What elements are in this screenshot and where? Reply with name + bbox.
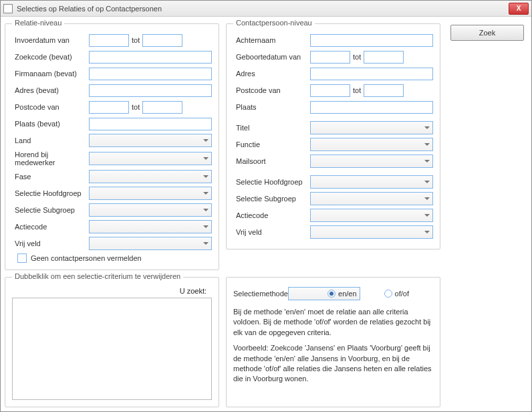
label-adres-c: Adres: [233, 70, 310, 78]
radio-enen[interactable]: en/en: [288, 287, 360, 300]
invoerdatum-van-input[interactable]: [89, 34, 129, 47]
label-subgroep-c: Selectie Subgroep: [233, 195, 310, 203]
selection-window: Selecties op Relaties of op Contactperso…: [0, 0, 532, 412]
label-tot-c: tot: [353, 53, 361, 61]
label-medewerker: Horend bij medewerker: [12, 150, 89, 167]
postcode-tot-c-input[interactable]: [364, 84, 404, 97]
radio-ofof-label: of/of: [395, 290, 409, 298]
label-vrijveld-c: Vrij veld: [233, 228, 310, 236]
relatie-group: Relatie-niveau Invoerdatum vantot Zoekco…: [5, 23, 219, 270]
method-desc-1: Bij de methode 'en/en' moet de relatie a…: [233, 307, 433, 338]
geen-contact-checkbox[interactable]: [17, 253, 27, 263]
contact-legend: Contactpersoon-niveau: [233, 19, 315, 27]
content-area: Relatie-niveau Invoerdatum vantot Zoekco…: [1, 17, 531, 411]
hoofdgroep-r-select[interactable]: [89, 187, 212, 200]
close-icon: X: [517, 5, 521, 12]
invoerdatum-tot-input[interactable]: [142, 34, 182, 47]
remove-legend: Dubbelklik om een selectie-criterium te …: [12, 272, 183, 280]
label-plaats-r: Plaats (bevat): [12, 120, 89, 128]
chevron-down-icon: [203, 139, 209, 142]
adres-relatie-input[interactable]: [89, 84, 212, 97]
chevron-down-icon: [424, 231, 430, 233]
adres-contact-input[interactable]: [310, 68, 433, 80]
window-title: Selecties op Relaties of op Contactperso…: [17, 5, 509, 13]
label-titel: Titel: [233, 124, 310, 132]
label-postcode-r: Postcode van: [12, 103, 89, 111]
label-tot: tot: [132, 36, 140, 44]
vrijveld-r-select[interactable]: [89, 237, 212, 250]
relatie-legend: Relatie-niveau: [12, 19, 64, 27]
geen-contact-row[interactable]: Geen contactpersonen vermelden: [12, 253, 212, 263]
method-label: Selectiemethode: [233, 290, 288, 298]
medewerker-select[interactable]: [89, 152, 212, 165]
label-fase: Fase: [12, 173, 89, 181]
chevron-down-icon: [424, 197, 430, 200]
chevron-down-icon: [203, 157, 209, 160]
label-zoekcode: Zoekcode (bevat): [12, 53, 89, 61]
label-subgroep-r: Selectie Subgroep: [12, 206, 89, 214]
criteria-listbox[interactable]: [12, 298, 212, 400]
chevron-down-icon: [203, 175, 209, 178]
functie-select[interactable]: [310, 138, 433, 151]
land-select[interactable]: [89, 134, 212, 147]
achternaam-input[interactable]: [310, 34, 433, 47]
remove-group: Dubbelklik om een selectie-criterium te …: [5, 277, 219, 407]
geboortedatum-van-input[interactable]: [310, 51, 350, 64]
subgroep-c-select[interactable]: [310, 192, 433, 205]
chevron-down-icon: [203, 209, 209, 211]
subgroep-r-select[interactable]: [89, 203, 212, 217]
close-button[interactable]: X: [509, 3, 529, 15]
label-plaats-c: Plaats: [233, 103, 310, 111]
mailsoort-select[interactable]: [310, 154, 433, 168]
vrijveld-c-select[interactable]: [310, 225, 433, 239]
chevron-down-icon: [424, 214, 430, 217]
chevron-down-icon: [203, 225, 209, 228]
geen-contact-label: Geen contactpersonen vermelden: [31, 254, 142, 262]
label-functie: Functie: [233, 140, 310, 148]
label-adres-r: Adres (bevat): [12, 86, 89, 94]
zoekcode-input[interactable]: [89, 51, 212, 64]
label-hoofdgroep-c: Selectie Hoofdgroep: [233, 178, 310, 186]
label-firmanaam: Firmanaam (bevat): [12, 70, 89, 78]
zoek-label: Zoek: [479, 29, 495, 37]
postcode-van-r-input[interactable]: [89, 101, 129, 114]
titel-select[interactable]: [310, 121, 433, 134]
method-description: Bij de methode 'en/en' moet de relatie a…: [233, 307, 433, 385]
label-invoerdatum: Invoerdatum van: [12, 36, 89, 44]
chevron-down-icon: [424, 126, 430, 129]
label-achternaam: Achternaam: [233, 36, 310, 44]
chevron-down-icon: [203, 192, 209, 195]
contact-group: Contactpersoon-niveau Achternaam Geboort…: [226, 23, 440, 249]
label-postcode-c: Postcode van: [233, 86, 310, 94]
label-tot-c2: tot: [353, 86, 361, 94]
uzoekt-label: U zoekt:: [180, 287, 207, 295]
window-icon: [3, 4, 13, 13]
firmanaam-input[interactable]: [89, 68, 212, 80]
plaats-relatie-input[interactable]: [89, 118, 212, 130]
radio-enen-label: en/en: [338, 290, 357, 298]
radio-ofof[interactable]: of/of: [384, 290, 409, 298]
postcode-van-c-input[interactable]: [310, 84, 350, 97]
fase-select[interactable]: [89, 170, 212, 183]
chevron-down-icon: [203, 242, 209, 245]
label-actiecode-r: Actiecode: [12, 223, 89, 231]
label-geboortedatum: Geboortedatum van: [233, 53, 310, 61]
zoek-button[interactable]: Zoek: [450, 25, 524, 41]
method-group: Selectiemethode en/en of/of Bij de metho…: [226, 277, 440, 407]
actiecode-c-select[interactable]: [310, 209, 433, 222]
postcode-tot-r-input[interactable]: [142, 101, 182, 114]
hoofdgroep-c-select[interactable]: [310, 175, 433, 189]
geboortedatum-tot-input[interactable]: [364, 51, 404, 64]
label-mailsoort: Mailsoort: [233, 157, 310, 165]
titlebar: Selecties op Relaties of op Contactperso…: [1, 1, 531, 17]
label-land: Land: [12, 136, 89, 144]
chevron-down-icon: [424, 143, 430, 146]
label-actiecode-c: Actiecode: [233, 211, 310, 219]
label-tot-r2: tot: [132, 103, 140, 111]
chevron-down-icon: [424, 181, 430, 183]
label-vrijveld-r: Vrij veld: [12, 239, 89, 247]
chevron-down-icon: [424, 160, 430, 163]
plaats-contact-input[interactable]: [310, 101, 433, 114]
actiecode-r-select[interactable]: [89, 220, 212, 233]
method-desc-2: Voorbeeld: Zoekcode 'Jansens' en Plaats …: [233, 343, 433, 385]
